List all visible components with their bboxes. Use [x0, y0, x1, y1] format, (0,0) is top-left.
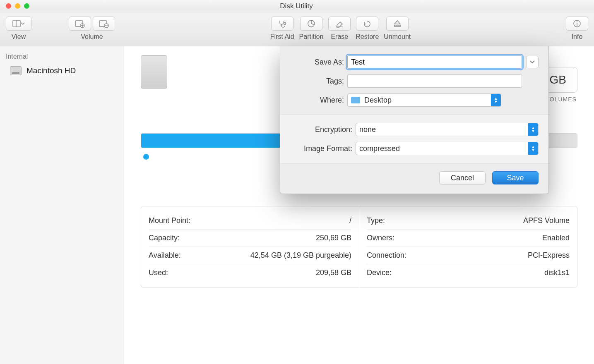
restore-label: Restore: [356, 33, 379, 41]
legend-dot-used: [143, 154, 149, 160]
sidebar: Internal Macintosh HD: [0, 46, 124, 364]
toolbar: View Volume First Aid Partition: [0, 12, 594, 46]
expand-browser-button[interactable]: [526, 56, 539, 68]
content: 250,69 GB SHARED BY 4 VOLUMES Free 39,35…: [124, 46, 594, 364]
folder-icon: [351, 97, 360, 103]
info-button[interactable]: [566, 17, 588, 31]
where-label: Where:: [290, 96, 344, 105]
chevron-down-icon: [530, 60, 535, 64]
detail-row: Mount Point:/: [149, 212, 351, 230]
save-sheet: Save As: Tags: Where: Desktop: [280, 46, 549, 194]
sidebar-section-internal: Internal: [0, 50, 124, 63]
stethoscope-icon: [277, 19, 287, 28]
volume-remove-button[interactable]: [93, 17, 115, 31]
volume-add-button[interactable]: [69, 17, 91, 31]
encryption-value: none: [359, 125, 376, 134]
view-button[interactable]: [6, 17, 31, 31]
svg-rect-12: [394, 25, 400, 26]
volume-label: Volume: [81, 33, 103, 41]
format-value: compressed: [359, 144, 400, 153]
window-title: Disk Utility: [5, 2, 588, 10]
detail-row: Device:disk1s1: [367, 264, 570, 281]
info-label: Info: [572, 33, 583, 41]
svg-point-9: [284, 23, 286, 25]
main: Internal Macintosh HD 250,69 GB SHARED B…: [0, 46, 594, 364]
encryption-label: Encryption:: [290, 125, 352, 134]
first-aid-label: First Aid: [270, 33, 294, 41]
updown-icon: ▲▼: [528, 142, 538, 155]
drive-large-icon: [141, 55, 167, 89]
sidebar-item-label: Macintosh HD: [26, 66, 76, 75]
svg-point-14: [577, 22, 577, 22]
format-select[interactable]: compressed ▲▼: [356, 142, 539, 155]
svg-rect-0: [13, 20, 20, 27]
saveas-label: Save As:: [290, 58, 344, 67]
erase-label: Erase: [331, 33, 348, 41]
detail-row: Owners:Enabled: [367, 230, 570, 247]
erase-button[interactable]: [328, 17, 351, 31]
where-select[interactable]: Desktop ▲▼: [347, 93, 501, 107]
partition-button[interactable]: [300, 17, 322, 31]
first-aid-button[interactable]: [271, 17, 293, 31]
updown-icon: ▲▼: [528, 123, 538, 136]
detail-row: Capacity:250,69 GB: [149, 230, 351, 247]
details-table: Mount Point:/ Capacity:250,69 GB Availab…: [141, 206, 577, 287]
hdd-icon: [10, 66, 22, 75]
info-icon: [572, 19, 582, 28]
detail-row: Connection:PCI-Express: [367, 247, 570, 264]
cancel-button[interactable]: Cancel: [439, 171, 486, 184]
save-button[interactable]: Save: [492, 171, 539, 184]
detail-row: Used:209,58 GB: [149, 264, 351, 281]
encryption-select[interactable]: none ▲▼: [356, 123, 539, 136]
saveas-input[interactable]: [347, 55, 522, 69]
tags-input[interactable]: [347, 74, 522, 88]
eraser-icon: [335, 19, 344, 28]
partition-label: Partition: [299, 33, 324, 41]
detail-row: Available:42,54 GB (3,19 GB purgeable): [149, 247, 351, 264]
updown-icon: ▲▼: [491, 94, 501, 106]
unmount-button[interactable]: [386, 17, 409, 31]
eject-icon: [393, 19, 402, 28]
format-label: Image Format:: [290, 144, 352, 153]
restore-icon: [363, 19, 372, 28]
unmount-label: Unmount: [384, 33, 411, 41]
view-label: View: [12, 33, 26, 41]
titlebar: Disk Utility: [0, 0, 594, 12]
restore-button[interactable]: [356, 17, 378, 31]
pie-icon: [307, 19, 316, 28]
tags-label: Tags:: [290, 77, 344, 86]
where-value: Desktop: [364, 96, 392, 105]
detail-row: Type:APFS Volume: [367, 212, 570, 230]
sidebar-item-macintosh-hd[interactable]: Macintosh HD: [0, 63, 124, 79]
